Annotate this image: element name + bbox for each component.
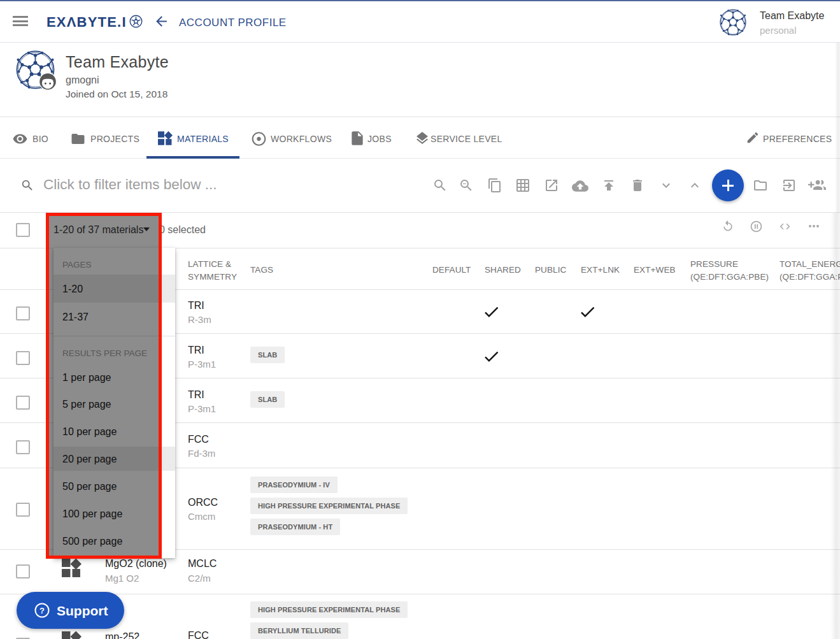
svg-text:?: ? (39, 606, 45, 615)
